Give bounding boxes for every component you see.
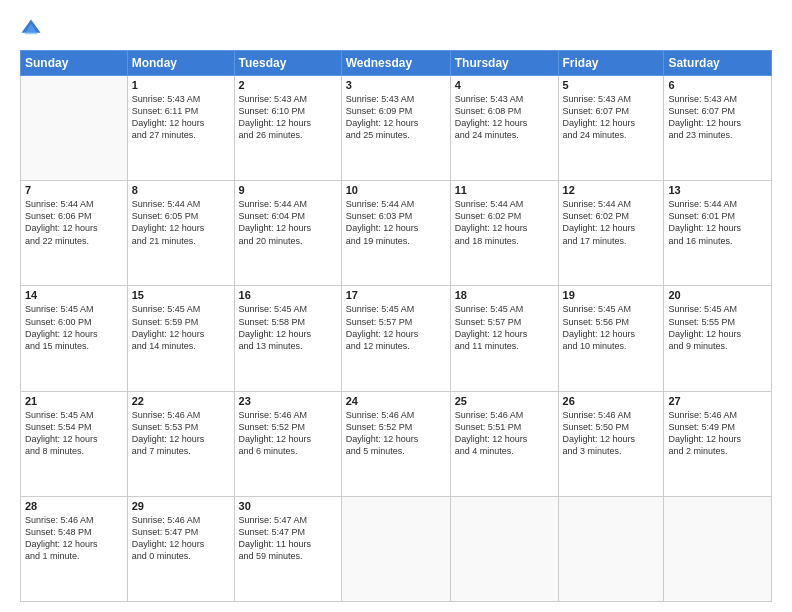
day-cell: 29Sunrise: 5:46 AM Sunset: 5:47 PM Dayli… — [127, 496, 234, 601]
weekday-header-thursday: Thursday — [450, 51, 558, 76]
day-number: 14 — [25, 289, 123, 301]
day-info: Sunrise: 5:45 AM Sunset: 5:55 PM Dayligh… — [668, 303, 767, 352]
day-cell: 5Sunrise: 5:43 AM Sunset: 6:07 PM Daylig… — [558, 76, 664, 181]
day-number: 25 — [455, 395, 554, 407]
day-info: Sunrise: 5:46 AM Sunset: 5:52 PM Dayligh… — [239, 409, 337, 458]
logo-icon — [20, 18, 42, 40]
day-cell: 14Sunrise: 5:45 AM Sunset: 6:00 PM Dayli… — [21, 286, 128, 391]
calendar-table: SundayMondayTuesdayWednesdayThursdayFrid… — [20, 50, 772, 602]
day-info: Sunrise: 5:45 AM Sunset: 5:57 PM Dayligh… — [346, 303, 446, 352]
day-info: Sunrise: 5:46 AM Sunset: 5:51 PM Dayligh… — [455, 409, 554, 458]
day-cell: 28Sunrise: 5:46 AM Sunset: 5:48 PM Dayli… — [21, 496, 128, 601]
day-cell: 21Sunrise: 5:45 AM Sunset: 5:54 PM Dayli… — [21, 391, 128, 496]
day-cell — [558, 496, 664, 601]
day-number: 23 — [239, 395, 337, 407]
day-cell: 24Sunrise: 5:46 AM Sunset: 5:52 PM Dayli… — [341, 391, 450, 496]
day-cell: 1Sunrise: 5:43 AM Sunset: 6:11 PM Daylig… — [127, 76, 234, 181]
day-cell: 23Sunrise: 5:46 AM Sunset: 5:52 PM Dayli… — [234, 391, 341, 496]
weekday-header-saturday: Saturday — [664, 51, 772, 76]
weekday-header-friday: Friday — [558, 51, 664, 76]
day-cell: 27Sunrise: 5:46 AM Sunset: 5:49 PM Dayli… — [664, 391, 772, 496]
week-row-1: 1Sunrise: 5:43 AM Sunset: 6:11 PM Daylig… — [21, 76, 772, 181]
day-number: 16 — [239, 289, 337, 301]
weekday-header-tuesday: Tuesday — [234, 51, 341, 76]
day-cell: 11Sunrise: 5:44 AM Sunset: 6:02 PM Dayli… — [450, 181, 558, 286]
week-row-5: 28Sunrise: 5:46 AM Sunset: 5:48 PM Dayli… — [21, 496, 772, 601]
page-header — [20, 18, 772, 40]
day-number: 6 — [668, 79, 767, 91]
logo — [20, 18, 44, 40]
day-info: Sunrise: 5:47 AM Sunset: 5:47 PM Dayligh… — [239, 514, 337, 563]
day-number: 8 — [132, 184, 230, 196]
day-info: Sunrise: 5:43 AM Sunset: 6:08 PM Dayligh… — [455, 93, 554, 142]
week-row-4: 21Sunrise: 5:45 AM Sunset: 5:54 PM Dayli… — [21, 391, 772, 496]
day-info: Sunrise: 5:44 AM Sunset: 6:02 PM Dayligh… — [563, 198, 660, 247]
day-info: Sunrise: 5:45 AM Sunset: 5:59 PM Dayligh… — [132, 303, 230, 352]
day-info: Sunrise: 5:44 AM Sunset: 6:05 PM Dayligh… — [132, 198, 230, 247]
day-info: Sunrise: 5:45 AM Sunset: 5:54 PM Dayligh… — [25, 409, 123, 458]
day-info: Sunrise: 5:43 AM Sunset: 6:07 PM Dayligh… — [668, 93, 767, 142]
day-cell: 19Sunrise: 5:45 AM Sunset: 5:56 PM Dayli… — [558, 286, 664, 391]
day-cell: 4Sunrise: 5:43 AM Sunset: 6:08 PM Daylig… — [450, 76, 558, 181]
day-cell: 9Sunrise: 5:44 AM Sunset: 6:04 PM Daylig… — [234, 181, 341, 286]
day-info: Sunrise: 5:45 AM Sunset: 5:57 PM Dayligh… — [455, 303, 554, 352]
day-number: 1 — [132, 79, 230, 91]
week-row-2: 7Sunrise: 5:44 AM Sunset: 6:06 PM Daylig… — [21, 181, 772, 286]
day-number: 7 — [25, 184, 123, 196]
day-number: 5 — [563, 79, 660, 91]
day-number: 17 — [346, 289, 446, 301]
day-cell: 8Sunrise: 5:44 AM Sunset: 6:05 PM Daylig… — [127, 181, 234, 286]
weekday-header-sunday: Sunday — [21, 51, 128, 76]
day-cell: 22Sunrise: 5:46 AM Sunset: 5:53 PM Dayli… — [127, 391, 234, 496]
day-cell: 7Sunrise: 5:44 AM Sunset: 6:06 PM Daylig… — [21, 181, 128, 286]
weekday-header-wednesday: Wednesday — [341, 51, 450, 76]
day-cell: 18Sunrise: 5:45 AM Sunset: 5:57 PM Dayli… — [450, 286, 558, 391]
day-number: 30 — [239, 500, 337, 512]
day-number: 20 — [668, 289, 767, 301]
day-cell: 15Sunrise: 5:45 AM Sunset: 5:59 PM Dayli… — [127, 286, 234, 391]
day-cell: 20Sunrise: 5:45 AM Sunset: 5:55 PM Dayli… — [664, 286, 772, 391]
day-info: Sunrise: 5:44 AM Sunset: 6:04 PM Dayligh… — [239, 198, 337, 247]
day-cell — [450, 496, 558, 601]
day-info: Sunrise: 5:45 AM Sunset: 5:58 PM Dayligh… — [239, 303, 337, 352]
weekday-header-row: SundayMondayTuesdayWednesdayThursdayFrid… — [21, 51, 772, 76]
day-info: Sunrise: 5:44 AM Sunset: 6:06 PM Dayligh… — [25, 198, 123, 247]
day-info: Sunrise: 5:46 AM Sunset: 5:52 PM Dayligh… — [346, 409, 446, 458]
day-info: Sunrise: 5:43 AM Sunset: 6:09 PM Dayligh… — [346, 93, 446, 142]
day-number: 10 — [346, 184, 446, 196]
day-number: 2 — [239, 79, 337, 91]
day-info: Sunrise: 5:46 AM Sunset: 5:47 PM Dayligh… — [132, 514, 230, 563]
day-info: Sunrise: 5:43 AM Sunset: 6:10 PM Dayligh… — [239, 93, 337, 142]
day-info: Sunrise: 5:43 AM Sunset: 6:11 PM Dayligh… — [132, 93, 230, 142]
day-number: 28 — [25, 500, 123, 512]
day-cell: 16Sunrise: 5:45 AM Sunset: 5:58 PM Dayli… — [234, 286, 341, 391]
day-info: Sunrise: 5:46 AM Sunset: 5:53 PM Dayligh… — [132, 409, 230, 458]
day-number: 11 — [455, 184, 554, 196]
day-cell: 3Sunrise: 5:43 AM Sunset: 6:09 PM Daylig… — [341, 76, 450, 181]
day-number: 27 — [668, 395, 767, 407]
day-number: 26 — [563, 395, 660, 407]
day-cell: 17Sunrise: 5:45 AM Sunset: 5:57 PM Dayli… — [341, 286, 450, 391]
day-number: 15 — [132, 289, 230, 301]
day-cell: 10Sunrise: 5:44 AM Sunset: 6:03 PM Dayli… — [341, 181, 450, 286]
day-number: 3 — [346, 79, 446, 91]
day-number: 4 — [455, 79, 554, 91]
day-cell: 26Sunrise: 5:46 AM Sunset: 5:50 PM Dayli… — [558, 391, 664, 496]
weekday-header-monday: Monday — [127, 51, 234, 76]
day-cell: 2Sunrise: 5:43 AM Sunset: 6:10 PM Daylig… — [234, 76, 341, 181]
day-number: 19 — [563, 289, 660, 301]
day-info: Sunrise: 5:44 AM Sunset: 6:02 PM Dayligh… — [455, 198, 554, 247]
day-cell: 13Sunrise: 5:44 AM Sunset: 6:01 PM Dayli… — [664, 181, 772, 286]
day-number: 29 — [132, 500, 230, 512]
day-cell: 6Sunrise: 5:43 AM Sunset: 6:07 PM Daylig… — [664, 76, 772, 181]
day-number: 9 — [239, 184, 337, 196]
day-number: 12 — [563, 184, 660, 196]
day-number: 21 — [25, 395, 123, 407]
day-number: 22 — [132, 395, 230, 407]
day-cell: 25Sunrise: 5:46 AM Sunset: 5:51 PM Dayli… — [450, 391, 558, 496]
day-info: Sunrise: 5:44 AM Sunset: 6:01 PM Dayligh… — [668, 198, 767, 247]
day-info: Sunrise: 5:46 AM Sunset: 5:50 PM Dayligh… — [563, 409, 660, 458]
day-info: Sunrise: 5:45 AM Sunset: 5:56 PM Dayligh… — [563, 303, 660, 352]
day-info: Sunrise: 5:44 AM Sunset: 6:03 PM Dayligh… — [346, 198, 446, 247]
day-info: Sunrise: 5:43 AM Sunset: 6:07 PM Dayligh… — [563, 93, 660, 142]
